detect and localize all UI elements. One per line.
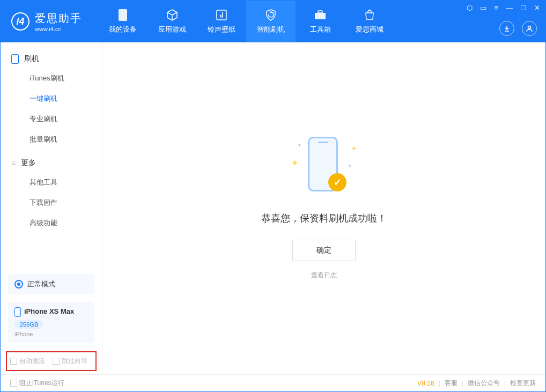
sidebar-item-download-firmware[interactable]: 下载固件 bbox=[1, 193, 102, 213]
tab-label: 铃声壁纸 bbox=[208, 25, 235, 34]
device-icon bbox=[116, 9, 129, 21]
sidebar-item-oneclick-flash[interactable]: 一键刷机 bbox=[1, 88, 102, 109]
sidebar-item-advanced[interactable]: 高级功能 bbox=[1, 213, 102, 233]
tab-label: 智能刷机 bbox=[257, 25, 285, 34]
app-title: 爱思助手 bbox=[35, 11, 82, 26]
device-type: iPhone bbox=[14, 331, 88, 337]
view-log-link[interactable]: 查看日志 bbox=[311, 271, 337, 280]
footer-link-wechat[interactable]: 微信公众号 bbox=[468, 379, 500, 388]
success-illustration: ✦ ✦ ✦ ✦ ✓ bbox=[286, 137, 361, 196]
success-message: 恭喜您，保资料刷机成功啦！ bbox=[261, 212, 387, 225]
sparkle-icon: ✦ bbox=[348, 163, 352, 169]
skip-guide-checkbox[interactable]: 跳过向导 bbox=[53, 357, 87, 366]
auto-activate-checkbox[interactable]: 自动激活 bbox=[10, 357, 45, 366]
checkbox-icon bbox=[10, 358, 17, 365]
sparkle-icon: ✦ bbox=[297, 142, 301, 148]
sidebar-header: 刷机 bbox=[1, 50, 102, 68]
separator: | bbox=[504, 380, 506, 387]
ok-button[interactable]: 确定 bbox=[292, 240, 356, 261]
music-icon bbox=[215, 9, 228, 21]
sidebar-group-title: 更多 bbox=[21, 158, 36, 168]
tab-ringtones[interactable]: 铃声壁纸 bbox=[197, 1, 246, 42]
cube-icon bbox=[166, 9, 179, 21]
main-content: ✦ ✦ ✦ ✦ ✓ 恭喜您，保资料刷机成功啦！ 确定 查看日志 bbox=[102, 42, 545, 374]
header-right bbox=[499, 21, 537, 36]
checkbox-icon bbox=[10, 380, 17, 387]
device-mode-card[interactable]: 正常模式 bbox=[8, 274, 94, 294]
sidebar: 刷机 iTunes刷机 一键刷机 专业刷机 批量刷机 ≡ 更多 其他工具 下载固… bbox=[1, 42, 102, 374]
check-circle-icon: ✓ bbox=[328, 173, 346, 191]
tab-label: 应用游戏 bbox=[158, 25, 186, 34]
checkbox-row: 自动激活 跳过向导 bbox=[6, 351, 97, 371]
spacer bbox=[1, 238, 102, 270]
sidebar-group-title: 刷机 bbox=[24, 54, 39, 64]
app-url: www.i4.cn bbox=[35, 26, 82, 32]
body: 刷机 iTunes刷机 一键刷机 专业刷机 批量刷机 ≡ 更多 其他工具 下载固… bbox=[1, 42, 545, 374]
toolbox-icon bbox=[314, 9, 327, 21]
sidebar-group-more: ≡ 更多 其他工具 下载固件 高级功能 bbox=[1, 154, 102, 233]
tab-store[interactable]: 爱思商城 bbox=[345, 1, 394, 42]
footer-right: V8.16 | 客服 | 微信公众号 | 检查更新 bbox=[417, 379, 536, 388]
logo-icon: i4 bbox=[11, 12, 29, 31]
header-tabs: 我的设备 应用游戏 铃声壁纸 智能刷机 工具箱 爱思商城 bbox=[98, 1, 394, 42]
checkbox-icon bbox=[53, 358, 60, 365]
footer-left: 阻止iTunes运行 bbox=[10, 379, 64, 388]
download-button[interactable] bbox=[499, 21, 514, 36]
sidebar-group-flash: 刷机 iTunes刷机 一键刷机 专业刷机 批量刷机 bbox=[1, 50, 102, 150]
more-icon: ≡ bbox=[11, 159, 16, 167]
tab-toolbox[interactable]: 工具箱 bbox=[296, 1, 345, 42]
svg-rect-3 bbox=[318, 11, 322, 13]
mode-icon bbox=[14, 280, 23, 289]
shield-icon bbox=[264, 9, 277, 21]
tab-apps[interactable]: 应用游戏 bbox=[147, 1, 197, 42]
maximize-button[interactable]: ☐ bbox=[520, 4, 527, 12]
phone-icon bbox=[11, 54, 19, 64]
block-itunes-checkbox[interactable]: 阻止iTunes运行 bbox=[10, 379, 64, 388]
separator: | bbox=[462, 380, 463, 387]
header: i4 爱思助手 www.i4.cn 我的设备 应用游戏 铃声壁纸 智能刷机 bbox=[1, 1, 545, 42]
phone-icon bbox=[14, 307, 21, 317]
svg-rect-0 bbox=[119, 9, 127, 21]
sidebar-header: ≡ 更多 bbox=[1, 154, 102, 172]
logo-text: 爱思助手 www.i4.cn bbox=[35, 11, 82, 32]
close-button[interactable]: ✕ bbox=[534, 4, 540, 12]
tab-label: 工具箱 bbox=[310, 25, 331, 34]
version-label: V8.16 bbox=[417, 380, 434, 387]
tab-label: 爱思商城 bbox=[356, 25, 383, 34]
footer-link-update[interactable]: 检查更新 bbox=[510, 379, 536, 388]
tab-label: 我的设备 bbox=[109, 25, 137, 34]
window-controls: ⬡ ▭ ≡ — ☐ ✕ bbox=[467, 4, 540, 12]
minimize-button[interactable]: — bbox=[506, 4, 513, 12]
svg-point-4 bbox=[528, 26, 531, 29]
sidebar-item-other-tools[interactable]: 其他工具 bbox=[1, 172, 102, 193]
footer: 阻止iTunes运行 V8.16 | 客服 | 微信公众号 | 检查更新 bbox=[1, 374, 545, 391]
sidebar-item-pro-flash[interactable]: 专业刷机 bbox=[1, 109, 102, 129]
sidebar-item-batch-flash[interactable]: 批量刷机 bbox=[1, 129, 102, 150]
shirt-icon[interactable]: ⬡ bbox=[467, 4, 473, 12]
footer-link-support[interactable]: 客服 bbox=[445, 379, 458, 388]
logo: i4 爱思助手 www.i4.cn bbox=[11, 11, 82, 32]
svg-rect-2 bbox=[315, 13, 326, 19]
note-icon[interactable]: ▭ bbox=[480, 4, 486, 12]
tab-flash[interactable]: 智能刷机 bbox=[246, 1, 296, 42]
separator: | bbox=[439, 380, 440, 387]
store-icon bbox=[363, 9, 376, 21]
tab-my-device[interactable]: 我的设备 bbox=[98, 1, 147, 42]
device-name: iPhone XS Max bbox=[24, 307, 74, 315]
device-info-card[interactable]: iPhone XS Max 256GB iPhone bbox=[8, 302, 94, 343]
menu-icon[interactable]: ≡ bbox=[494, 4, 498, 12]
user-button[interactable] bbox=[522, 21, 537, 36]
device-mode: 正常模式 bbox=[27, 279, 55, 289]
sidebar-item-itunes-flash[interactable]: iTunes刷机 bbox=[1, 68, 102, 88]
app-window: i4 爱思助手 www.i4.cn 我的设备 应用游戏 铃声壁纸 智能刷机 bbox=[0, 0, 546, 392]
storage-badge: 256GB bbox=[14, 320, 43, 329]
sparkle-icon: ✦ bbox=[351, 144, 357, 153]
sparkle-icon: ✦ bbox=[291, 157, 299, 169]
